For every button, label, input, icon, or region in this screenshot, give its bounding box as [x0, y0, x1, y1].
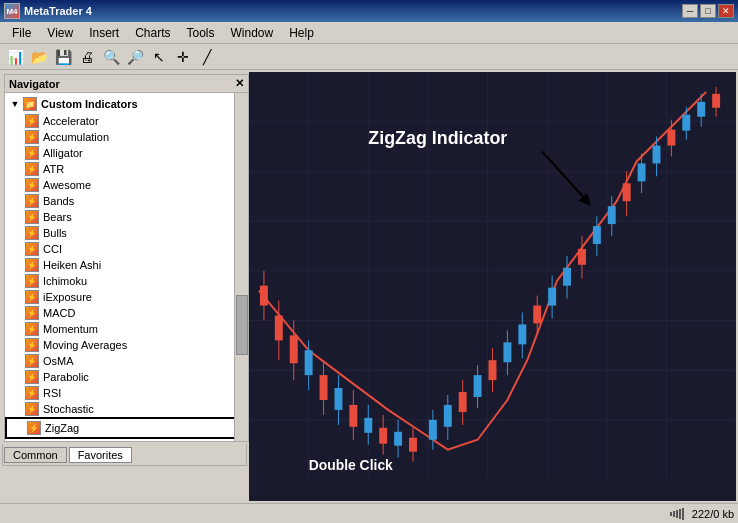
svg-rect-58 — [578, 249, 586, 265]
title-bar: M4 MetaTrader 4 ─ □ ✕ — [0, 0, 738, 22]
open-icon[interactable]: 📂 — [28, 46, 50, 68]
new-chart-icon[interactable]: 📊 — [4, 46, 26, 68]
indicator-icon: ⚡ — [27, 421, 41, 435]
tab-favorites[interactable]: Favorites — [69, 447, 132, 463]
zoom-in-icon[interactable]: 🔍 — [100, 46, 122, 68]
svg-rect-24 — [320, 375, 328, 400]
item-label: Bands — [43, 195, 74, 207]
list-item[interactable]: ⚡ Bulls — [5, 225, 248, 241]
indicator-icon: ⚡ — [25, 338, 39, 352]
indicator-icon: ⚡ — [25, 274, 39, 288]
item-label: ATR — [43, 163, 64, 175]
item-label: Bears — [43, 211, 72, 223]
navigator-header: Navigator ✕ — [5, 75, 248, 93]
list-item[interactable]: ⚡ Parabolic — [5, 369, 248, 385]
indicator-icon: ⚡ — [25, 130, 39, 144]
list-item[interactable]: ⚡ Heiken Ashi — [5, 257, 248, 273]
list-item[interactable]: ⚡ Accelerator — [5, 113, 248, 129]
menu-bar: File View Insert Charts Tools Window Hel… — [0, 22, 738, 44]
indicator-icon: ⚡ — [25, 178, 39, 192]
indicator-icon: ⚡ — [25, 290, 39, 304]
item-label: Awesome — [43, 179, 91, 191]
list-item[interactable]: ⚡ CCI — [5, 241, 248, 257]
nav-scroll-thumb[interactable] — [236, 295, 248, 355]
navigator-close-button[interactable]: ✕ — [235, 77, 244, 90]
nav-bottom-tabs: Common Favorites — [2, 444, 247, 466]
svg-rect-36 — [409, 438, 417, 452]
list-item[interactable]: ⚡ OsMA — [5, 353, 248, 369]
list-item[interactable]: ⚡ Alligator — [5, 145, 248, 161]
app-icon: M4 — [4, 3, 20, 19]
line-icon[interactable]: ╱ — [196, 46, 218, 68]
tab-common[interactable]: Common — [4, 447, 67, 463]
indicator-icon: ⚡ — [25, 354, 39, 368]
item-label: Stochastic — [43, 403, 94, 415]
zoom-out-icon[interactable]: 🔎 — [124, 46, 146, 68]
crosshair-icon[interactable]: ✛ — [172, 46, 194, 68]
print-icon[interactable]: 🖨 — [76, 46, 98, 68]
list-item[interactable]: ⚡ ATR — [5, 161, 248, 177]
svg-rect-64 — [623, 183, 631, 201]
close-button[interactable]: ✕ — [718, 4, 734, 18]
list-item[interactable]: ⚡ iExposure — [5, 289, 248, 305]
svg-rect-76 — [712, 94, 720, 108]
list-item[interactable]: ⚡ Momentum — [5, 321, 248, 337]
signal-icon — [670, 508, 684, 520]
menu-window[interactable]: Window — [223, 24, 282, 42]
list-item[interactable]: ⚡ Accumulation — [5, 129, 248, 145]
status-bar: 222/0 kb — [0, 503, 738, 523]
chart-area[interactable]: ZigZag Indicator Double Click — [249, 72, 736, 501]
svg-rect-32 — [379, 428, 387, 444]
navigator-wrapper: Navigator ✕ ▼ 📁 Custom Indicators ⚡ — [2, 72, 247, 501]
item-label: Bulls — [43, 227, 67, 239]
minimize-button[interactable]: ─ — [682, 4, 698, 18]
status-info: 222/0 kb — [692, 508, 734, 520]
menu-tools[interactable]: Tools — [179, 24, 223, 42]
svg-rect-60 — [593, 226, 601, 244]
indicator-icon: ⚡ — [25, 306, 39, 320]
toolbar: 📊 📂 💾 🖨 🔍 🔎 ↖ ✛ ╱ — [0, 44, 738, 70]
svg-text:Double Click: Double Click — [309, 457, 393, 473]
nav-scrollbar[interactable] — [234, 93, 248, 441]
indicator-icon: ⚡ — [25, 146, 39, 160]
app-window: M4 MetaTrader 4 ─ □ ✕ File View Insert C… — [0, 0, 738, 523]
item-label: Moving Averages — [43, 339, 127, 351]
item-label: MACD — [43, 307, 75, 319]
list-item[interactable]: ⚡ Bands — [5, 193, 248, 209]
menu-view[interactable]: View — [39, 24, 81, 42]
menu-insert[interactable]: Insert — [81, 24, 127, 42]
indicator-icon: ⚡ — [25, 242, 39, 256]
svg-rect-22 — [305, 350, 313, 375]
indicator-icon: ⚡ — [25, 322, 39, 336]
svg-rect-70 — [667, 130, 675, 146]
zigzag-list-item[interactable]: ⚡ ZigZag — [5, 417, 248, 439]
svg-rect-48 — [503, 342, 511, 362]
list-item[interactable]: ⚡ MACD — [5, 305, 248, 321]
svg-rect-54 — [548, 288, 556, 306]
indicator-icon: ⚡ — [25, 114, 39, 128]
svg-rect-46 — [489, 360, 497, 380]
menu-charts[interactable]: Charts — [127, 24, 178, 42]
folder-icon: 📁 — [23, 97, 37, 111]
indicator-icon: ⚡ — [25, 386, 39, 400]
list-item[interactable]: ⚡ Bears — [5, 209, 248, 225]
indicator-icon: ⚡ — [25, 370, 39, 384]
svg-rect-38 — [429, 420, 437, 440]
list-item[interactable]: ⚡ Awesome — [5, 177, 248, 193]
list-item[interactable]: ⚡ Stochastic — [5, 401, 248, 417]
menu-help[interactable]: Help — [281, 24, 322, 42]
restore-button[interactable]: □ — [700, 4, 716, 18]
list-item[interactable]: ⚡ Ichimoku — [5, 273, 248, 289]
svg-rect-30 — [364, 418, 372, 433]
arrow-icon[interactable]: ↖ — [148, 46, 170, 68]
save-icon[interactable]: 💾 — [52, 46, 74, 68]
indicator-icon: ⚡ — [25, 226, 39, 240]
tree-root[interactable]: ▼ 📁 Custom Indicators — [5, 95, 248, 113]
indicator-icon: ⚡ — [25, 258, 39, 272]
menu-file[interactable]: File — [4, 24, 39, 42]
list-item[interactable]: ⚡ Moving Averages — [5, 337, 248, 353]
list-item[interactable]: ⚡ RSI — [5, 385, 248, 401]
svg-text:ZigZag Indicator: ZigZag Indicator — [368, 128, 507, 148]
item-label: Momentum — [43, 323, 98, 335]
item-label: OsMA — [43, 355, 74, 367]
